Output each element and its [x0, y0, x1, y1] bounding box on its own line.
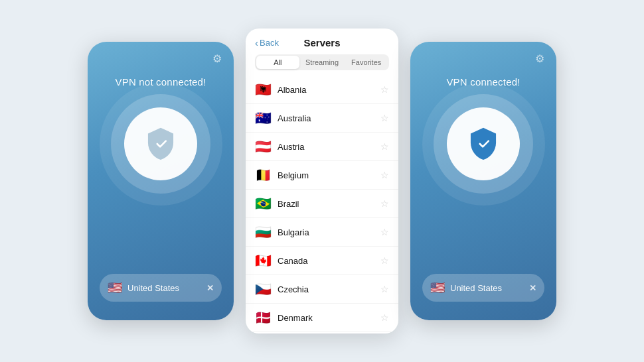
server-flag: 🇧🇷	[255, 196, 271, 211]
server-flag: 🇨🇦	[255, 253, 271, 269]
server-country-name: Bulgaria	[278, 227, 374, 237]
right-shield-wrapper	[447, 107, 520, 180]
server-row[interactable]: 🇦🇺Australia☆	[246, 104, 398, 133]
right-shield-circle[interactable]	[447, 107, 520, 180]
server-country-name: Albania	[278, 85, 374, 95]
favorite-star-icon[interactable]: ☆	[380, 255, 389, 266]
favorite-star-icon[interactable]: ☆	[380, 170, 389, 180]
left-flag: 🇺🇸	[108, 282, 122, 294]
server-row[interactable]: 🇦🇱Albania☆	[246, 76, 398, 104]
server-flag: 🇦🇺	[255, 110, 271, 126]
server-country-name: Belgium	[278, 170, 374, 180]
left-shield-circle[interactable]	[124, 107, 197, 180]
right-gear-button[interactable]: ⚙	[532, 51, 547, 66]
left-country-bar[interactable]: 🇺🇸 United States ✕	[100, 274, 222, 302]
server-row[interactable]: 🇧🇷Brazil☆	[246, 190, 398, 218]
favorite-star-icon[interactable]: ☆	[380, 198, 389, 209]
left-phone-card: ⚙ VPN not connected! 🇺🇸 United States ✕	[88, 42, 234, 320]
server-country-name: Austria	[278, 142, 374, 152]
server-flag: 🇧🇬	[255, 224, 271, 240]
server-country-name: Denmark	[278, 313, 374, 323]
left-shield-wrapper	[124, 107, 197, 180]
server-country-name: Canada	[278, 256, 374, 266]
right-close-button[interactable]: ✕	[529, 283, 536, 293]
server-header: ‹ Back Servers	[246, 29, 398, 48]
right-country-bar[interactable]: 🇺🇸 United States ✕	[422, 274, 544, 302]
tab-streaming[interactable]: Streaming	[301, 56, 344, 69]
right-phone-card: ⚙ VPN connected! 🇺🇸 United States ✕	[410, 42, 556, 320]
favorite-star-icon[interactable]: ☆	[380, 284, 389, 294]
server-title: Servers	[303, 37, 340, 48]
tab-all[interactable]: All	[256, 56, 299, 69]
server-flag: 🇦🇹	[255, 139, 271, 154]
server-row[interactable]: 🇧🇪Belgium☆	[246, 161, 398, 190]
favorite-star-icon[interactable]: ☆	[380, 113, 389, 123]
server-row[interactable]: 🇧🇬Bulgaria☆	[246, 218, 398, 247]
server-flag: 🇩🇰	[255, 310, 271, 326]
favorite-star-icon[interactable]: ☆	[380, 84, 389, 95]
favorite-star-icon[interactable]: ☆	[380, 227, 389, 237]
server-row[interactable]: 🇩🇰Denmark☆	[246, 304, 398, 332]
back-button[interactable]: ‹ Back	[255, 38, 279, 48]
server-row[interactable]: 🇦🇹Austria☆	[246, 133, 398, 161]
filter-tabs: All Streaming Favorites	[255, 54, 389, 70]
back-label: Back	[260, 38, 279, 48]
server-row[interactable]: 🇨🇿Czechia☆	[246, 275, 398, 304]
favorite-star-icon[interactable]: ☆	[380, 312, 389, 323]
left-gear-button[interactable]: ⚙	[210, 51, 224, 66]
server-flag: 🇨🇿	[255, 281, 271, 297]
right-flag: 🇺🇸	[430, 282, 445, 294]
server-list-card: ‹ Back Servers All Streaming Favorites 🇦…	[246, 29, 398, 333]
back-chevron-icon: ‹	[255, 38, 258, 48]
tab-favorites[interactable]: Favorites	[345, 56, 388, 69]
server-flag: 🇦🇱	[255, 82, 271, 97]
right-shield-icon	[466, 127, 501, 161]
right-country-name: United States	[450, 283, 524, 293]
favorite-star-icon[interactable]: ☆	[380, 141, 389, 152]
server-country-name: Brazil	[278, 199, 374, 209]
server-country-name: Czechia	[278, 284, 374, 294]
server-list: 🇦🇱Albania☆🇦🇺Australia☆🇦🇹Austria☆🇧🇪Belgiu…	[246, 73, 398, 333]
left-country-name: United States	[127, 283, 201, 293]
left-shield-icon	[143, 127, 178, 161]
server-flag: 🇧🇪	[255, 167, 271, 183]
server-country-name: Australia	[278, 113, 374, 123]
server-row[interactable]: 🇨🇦Canada☆	[246, 247, 398, 275]
left-close-button[interactable]: ✕	[206, 283, 214, 293]
